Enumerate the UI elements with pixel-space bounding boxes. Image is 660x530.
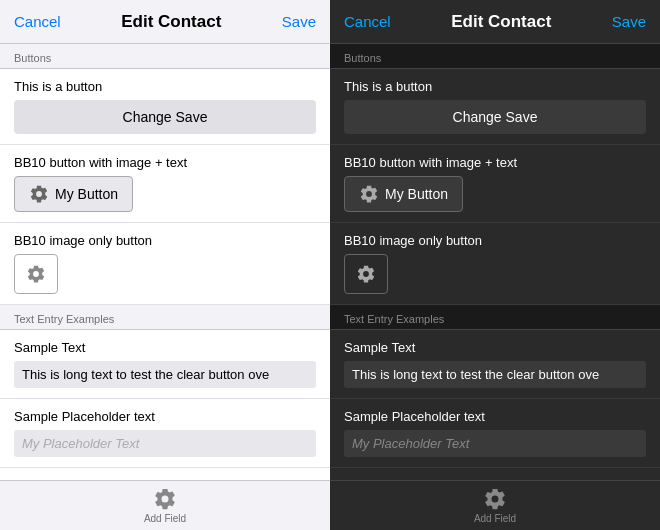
- dark-add-field-label: Add Field: [474, 513, 516, 524]
- light-bb10-image-only-label: BB10 image only button: [14, 233, 316, 248]
- light-sample-placeholder-label: Sample Placeholder text: [14, 409, 316, 424]
- dark-panel: Cancel Edit Contact Save Buttons This is…: [330, 0, 660, 530]
- light-this-is-a-button-row: This is a button Change Save: [0, 69, 330, 145]
- light-sample-text-label: Sample Text: [14, 340, 316, 355]
- light-content: Buttons This is a button Change Save BB1…: [0, 44, 330, 530]
- dark-sample-placeholder-label: Sample Placeholder text: [344, 409, 646, 424]
- dark-this-is-a-button-label: This is a button: [344, 79, 646, 94]
- dark-gear-icon-bb10: [359, 184, 379, 204]
- dark-save-button[interactable]: Save: [612, 13, 646, 30]
- light-this-is-a-button-label: This is a button: [14, 79, 316, 94]
- light-bb10-button-label: BB10 button with image + text: [14, 155, 316, 170]
- light-panel: Cancel Edit Contact Save Buttons This is…: [0, 0, 330, 530]
- dark-gear-icon-image-only: [356, 264, 376, 284]
- dark-header-title: Edit Contact: [451, 12, 551, 32]
- light-footer[interactable]: Add Field: [0, 480, 330, 530]
- dark-theme-panel: Cancel Edit Contact Save Buttons This is…: [330, 0, 660, 530]
- light-image-only-button[interactable]: [14, 254, 58, 294]
- light-add-field-label: Add Field: [144, 513, 186, 524]
- light-bb10-button-row: BB10 button with image + text My Button: [0, 145, 330, 223]
- dark-my-button[interactable]: My Button: [344, 176, 463, 212]
- light-placeholder-input[interactable]: [14, 430, 316, 457]
- dark-footer-gear-icon: [483, 487, 507, 511]
- dark-text-entry-section-label: Text Entry Examples: [330, 305, 660, 329]
- dark-placeholder-input[interactable]: [344, 430, 646, 457]
- dark-sample-placeholder-row: Sample Placeholder text: [330, 399, 660, 468]
- light-gear-icon-bb10: [29, 184, 49, 204]
- dark-content: Buttons This is a button Change Save BB1…: [330, 44, 660, 530]
- light-sample-placeholder-row: Sample Placeholder text: [0, 399, 330, 468]
- dark-buttons-section-label: Buttons: [330, 44, 660, 68]
- light-theme-panel: Cancel Edit Contact Save Buttons This is…: [0, 0, 330, 530]
- dark-my-button-label: My Button: [385, 186, 448, 202]
- dark-this-is-a-button-row: This is a button Change Save: [330, 69, 660, 145]
- dark-bb10-image-only-row: BB10 image only button: [330, 223, 660, 305]
- dark-cancel-button[interactable]: Cancel: [344, 13, 391, 30]
- dark-sample-text-label: Sample Text: [344, 340, 646, 355]
- light-bb10-image-only-row: BB10 image only button: [0, 223, 330, 305]
- dark-footer[interactable]: Add Field: [330, 480, 660, 530]
- dark-image-only-button[interactable]: [344, 254, 388, 294]
- light-header: Cancel Edit Contact Save: [0, 0, 330, 44]
- light-gear-icon-image-only: [26, 264, 46, 284]
- dark-change-save-button[interactable]: Change Save: [344, 100, 646, 134]
- dark-bb10-button-label: BB10 button with image + text: [344, 155, 646, 170]
- dark-bb10-button-row: BB10 button with image + text My Button: [330, 145, 660, 223]
- light-cancel-button[interactable]: Cancel: [14, 13, 61, 30]
- light-my-button[interactable]: My Button: [14, 176, 133, 212]
- light-change-save-button[interactable]: Change Save: [14, 100, 316, 134]
- dark-sample-text-input[interactable]: [344, 361, 646, 388]
- dark-bb10-image-only-label: BB10 image only button: [344, 233, 646, 248]
- light-save-button[interactable]: Save: [282, 13, 316, 30]
- dark-header: Cancel Edit Contact Save: [330, 0, 660, 44]
- light-text-entry-section-label: Text Entry Examples: [0, 305, 330, 329]
- dark-sample-text-row: Sample Text: [330, 330, 660, 399]
- light-sample-text-row: Sample Text: [0, 330, 330, 399]
- light-header-title: Edit Contact: [121, 12, 221, 32]
- light-sample-text-input[interactable]: [14, 361, 316, 388]
- light-buttons-section-label: Buttons: [0, 44, 330, 68]
- light-my-button-label: My Button: [55, 186, 118, 202]
- light-footer-gear-icon: [153, 487, 177, 511]
